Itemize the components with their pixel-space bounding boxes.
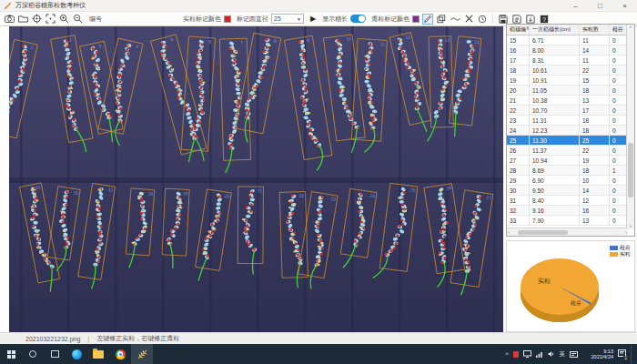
table-cell: 0 <box>610 46 625 55</box>
table-row[interactable]: 2611.37220 <box>507 146 634 156</box>
table-row[interactable]: 2311.31180 <box>507 116 634 126</box>
table-cell: 0 <box>610 146 625 155</box>
table-row[interactable]: 318.40120 <box>507 196 634 206</box>
security-alert-icon[interactable] <box>513 351 519 358</box>
edit-hint-text: 左键修正实粒，右键修正瘪粒 <box>96 334 179 343</box>
search-button[interactable] <box>22 344 44 364</box>
table-cell: 26 <box>507 146 530 155</box>
save-image-button[interactable] <box>498 14 509 25</box>
svg-text:14: 14 <box>474 39 480 46</box>
table-cell: 22 <box>580 66 610 75</box>
volume-icon[interactable] <box>548 350 555 358</box>
table-cell: 25 <box>507 136 530 145</box>
table-cell: 0 <box>610 116 625 125</box>
camera-capture-button[interactable] <box>4 14 15 25</box>
table-row[interactable]: 2110.38130 <box>507 96 634 106</box>
table-vertical-scrollbar[interactable]: ˄ ˅ <box>626 25 634 229</box>
table-cell: 11.31 <box>530 116 580 125</box>
history-clock-button[interactable] <box>477 14 488 25</box>
table-cell: 0 <box>610 196 625 205</box>
table-row[interactable]: 2412.23180 <box>507 126 634 136</box>
start-button[interactable] <box>0 344 22 364</box>
action-center-button[interactable]: 1 <box>618 349 626 359</box>
taskbar-clock[interactable]: 9:13 2021/4/24 <box>582 349 613 359</box>
close-button[interactable]: × <box>612 0 637 12</box>
windows-logo-icon <box>7 350 15 359</box>
open-folder-button[interactable] <box>17 14 28 25</box>
scrollbar-thumb[interactable] <box>628 143 633 197</box>
touch-keyboard-icon[interactable] <box>570 351 578 358</box>
task-view-button[interactable] <box>44 344 66 364</box>
table-row[interactable]: 156.71110 <box>507 35 634 46</box>
table-row[interactable]: 288.69181 <box>507 166 634 176</box>
table-cell: 0 <box>610 86 625 95</box>
table-cell: 28 <box>507 166 530 175</box>
target-calibrate-button[interactable] <box>31 14 42 25</box>
tray-expand-caret[interactable]: ^ <box>505 351 508 358</box>
table-cell: 17 <box>580 106 610 115</box>
table-cell: 10.94 <box>530 156 580 165</box>
table-row[interactable]: 329.16160 <box>507 206 634 216</box>
table-cell: 11 <box>580 35 610 45</box>
spike-image-canvas[interactable]: 1234567891011121314151617181920212223242… <box>9 26 503 332</box>
table-row[interactable]: 2011.05180 <box>507 86 634 96</box>
grain-ratio-chart-panel: 秕谷 实粒 实粒秕谷 <box>506 240 635 332</box>
spike-analyzer-app-button[interactable] <box>131 344 153 364</box>
duplicate-region-button[interactable] <box>436 14 447 25</box>
table-row[interactable]: 309.50140 <box>507 186 634 196</box>
edit-grain-pencil-button[interactable] <box>422 14 433 25</box>
table-cell: 22 <box>580 146 610 155</box>
table-cell: 10 <box>580 176 610 185</box>
table-cell: 22 <box>507 106 530 115</box>
table-cell: 1 <box>610 166 625 175</box>
col-header-spike-id: 稻穗编号 <box>507 25 530 35</box>
table-row[interactable]: 1810.61220 <box>507 66 634 76</box>
table-cell: 10.91 <box>530 76 580 85</box>
col-header-blighted: 秕谷 <box>610 25 625 35</box>
edge-browser-button[interactable] <box>66 344 87 364</box>
table-row[interactable]: 2710.94190 <box>507 156 634 166</box>
delete-x-button[interactable] <box>463 14 474 25</box>
svg-text:11: 11 <box>380 41 386 46</box>
table-cell: 8.31 <box>530 56 580 65</box>
chrome-browser-button[interactable] <box>109 344 131 364</box>
maximize-button[interactable]: □ <box>588 0 612 12</box>
table-cell: 0 <box>610 216 625 225</box>
show-spike-length-toggle[interactable] <box>350 15 366 23</box>
status-bar: 202103221232.png | 左键修正实粒，右键修正瘪粒 <box>0 332 637 344</box>
table-row[interactable]: 1910.91150 <box>507 76 634 86</box>
export-data-button[interactable] <box>525 14 536 25</box>
zoom-out-button[interactable] <box>72 14 83 25</box>
zoom-in-button[interactable] <box>58 14 69 25</box>
minimize-button[interactable]: – <box>563 0 588 12</box>
fullscreen-button[interactable] <box>45 14 56 25</box>
table-row[interactable]: 178.31110 <box>507 56 634 66</box>
right-panel: 稻穗编号 一次稻穗长(cm) 实粒数 秕谷 156.71110168.00140… <box>506 24 635 332</box>
blighted-mark-color-swatch[interactable] <box>412 15 420 23</box>
table-row[interactable]: 2210.70170 <box>507 106 634 116</box>
number-button[interactable]: 编号 <box>89 15 102 24</box>
table-row[interactable]: 2511.30250 <box>507 136 634 146</box>
show-desktop-button[interactable] <box>631 344 633 364</box>
table-row[interactable]: 337.90130 <box>507 216 634 226</box>
table-cell: 25 <box>580 136 610 145</box>
svg-text:27: 27 <box>486 195 492 201</box>
table-row[interactable]: 296.90100 <box>507 176 634 186</box>
mark-diameter-label: 标记圆直径 <box>237 15 268 24</box>
ime-language-indicator[interactable]: 英 <box>560 350 566 359</box>
network-icon[interactable] <box>536 351 543 358</box>
table-cell: 0 <box>610 106 625 115</box>
measure-curve-button[interactable] <box>450 14 460 25</box>
table-cell: 18 <box>580 126 610 135</box>
display-icon[interactable] <box>523 350 531 358</box>
table-row[interactable]: 168.00140 <box>507 46 634 56</box>
file-explorer-button[interactable] <box>87 344 109 364</box>
filled-mark-color-swatch[interactable] <box>224 15 231 23</box>
save-report-button[interactable] <box>511 14 522 25</box>
scrollbar-thumb[interactable] <box>518 230 568 235</box>
table-cell: 0 <box>610 56 625 65</box>
mark-diameter-select[interactable]: 25 ▼ <box>271 14 304 24</box>
run-analysis-button[interactable]: ▶ <box>310 15 316 23</box>
table-horizontal-scrollbar[interactable]: ‹› <box>507 228 628 236</box>
help-button[interactable]: ? <box>539 14 550 25</box>
